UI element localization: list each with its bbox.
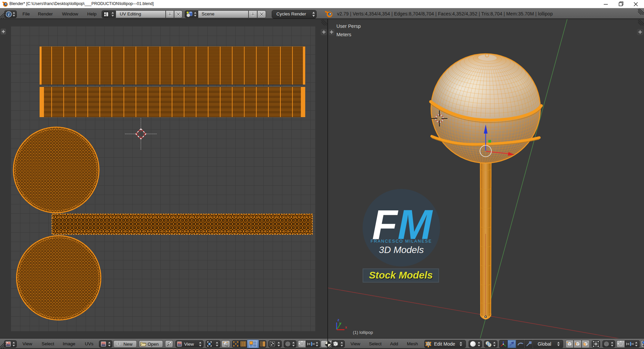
svg-text:i: i (8, 12, 9, 17)
svg-text:Global: Global (538, 341, 551, 347)
svg-text:y: y (339, 321, 341, 325)
svg-text:x: x (345, 326, 347, 329)
svg-text:New: New (123, 342, 132, 347)
svg-text:Edit Mode: Edit Mode (434, 341, 455, 347)
svg-text:Open: Open (148, 342, 159, 347)
svg-text:View: View (184, 342, 194, 347)
